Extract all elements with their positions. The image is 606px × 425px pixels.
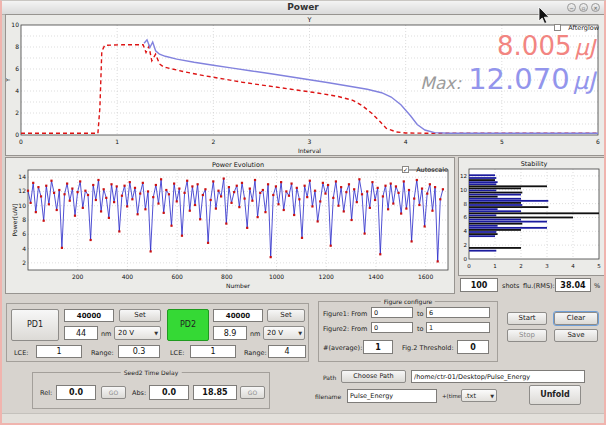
svg-text:4: 4 [571,263,575,269]
pd1-lce-input[interactable] [36,345,82,358]
stability-chart: 024681012012345Stability [459,158,604,275]
svg-text:10: 10 [11,21,19,28]
svg-text:800: 800 [221,273,233,280]
svg-text:8: 8 [22,216,26,223]
start-button[interactable]: Start [507,312,547,325]
average-input[interactable] [363,340,393,354]
rel-input[interactable] [56,385,96,400]
energy-plot-panel: 02468100123456YIntervalY Afterglow 8.005… [5,14,605,156]
svg-text:Number: Number [226,282,251,289]
svg-text:6: 6 [596,138,600,145]
clear-button[interactable]: Clear [554,312,598,325]
chevron-down-icon: ▼ [490,393,494,399]
svg-text:200: 200 [72,273,84,280]
shots-input[interactable] [460,278,498,292]
svg-text:Power Evolution: Power Evolution [212,161,264,169]
autoscale-checkbox-label: Autoscale [416,166,448,174]
pd2-lce-input[interactable] [190,345,236,358]
extension-value: .txt [465,392,476,400]
svg-text:8: 8 [464,201,468,207]
power-window: Power − ▫ ✕ 02468100123456YIntervalY Aft… [0,0,606,425]
figure-configure-title: Figure configure [381,298,435,305]
window-title: Power [2,2,604,12]
svg-text:5: 5 [597,263,601,269]
pd1-lce-label: LCE: [14,349,28,357]
svg-text:12: 12 [460,173,467,179]
chevron-down-icon: ▼ [154,330,158,336]
abs-current-input[interactable] [193,385,237,400]
pd1-voltage-value: 20 V [118,329,134,337]
svg-text:6: 6 [464,214,468,220]
svg-text:12: 12 [18,187,26,194]
unfold-button[interactable]: Unfold [529,385,581,405]
abs-go-button[interactable]: GO [240,386,265,399]
pd1-button[interactable]: PD1 [11,309,59,341]
figure1-from-input[interactable] [371,307,413,318]
pd2-wavelength-input[interactable] [213,326,247,340]
extension-select[interactable]: .txt ▼ [461,389,497,402]
svg-text:4: 4 [464,228,468,234]
choose-path-button[interactable]: Choose Path [341,370,406,383]
bottom-strip [2,413,604,423]
svg-text:4: 4 [22,245,26,252]
svg-text:10: 10 [460,187,467,193]
pd2-lce-label: LCE: [170,349,184,357]
svg-text:2: 2 [211,138,215,145]
figure2-from-label: Figure2: From [323,325,367,333]
svg-text:0: 0 [467,263,471,269]
pd1-range-input[interactable] [118,345,160,358]
close-button[interactable]: ✕ [591,3,600,12]
fig2-threshold-input[interactable] [457,340,489,354]
autoscale-checkbox-box[interactable]: ✓ [402,166,409,173]
figure1-to-input[interactable] [426,307,490,318]
svg-text:1: 1 [493,263,497,269]
pd2-gain-input[interactable] [213,309,263,322]
afterglow-checkbox[interactable]: Afterglow [554,17,599,36]
fig2-threshold-label: Fig.2 Threshold: [402,344,454,352]
stability-panel: 024681012012345Stability [458,157,605,276]
pd2-set-button[interactable]: Set [267,309,305,322]
path-input[interactable] [411,370,585,383]
svg-text:14: 14 [18,173,26,180]
save-button[interactable]: Save [554,329,598,342]
figure2-from-input[interactable] [371,322,413,333]
svg-text:Y: Y [307,16,312,24]
afterglow-checkbox-label: Afterglow [568,24,599,32]
abs-input[interactable] [149,385,189,400]
figure2-to-label: to [417,325,424,333]
afterglow-checkbox-box[interactable] [554,24,561,31]
pd2-button[interactable]: PD2 [167,309,209,341]
svg-text:Interval: Interval [298,147,321,154]
svg-text:400: 400 [122,273,134,280]
pd2-voltage-value: 20 V [267,329,283,337]
pd2-range-input[interactable] [268,345,306,358]
pd1-nm-label: nm [101,330,111,338]
svg-text:3: 3 [308,138,312,145]
pd1-wavelength-input[interactable] [64,326,98,340]
filename-label: filename [315,393,341,400]
svg-text:1200: 1200 [319,273,334,280]
pd2-range-label: Range: [244,349,267,357]
svg-text:6: 6 [15,65,19,72]
svg-text:6: 6 [22,230,26,237]
maximize-button[interactable]: ▫ [579,3,588,12]
svg-text:0: 0 [19,138,23,145]
rms-label: flu.(RMS): [523,282,555,290]
svg-text:5: 5 [500,138,504,145]
pd1-range-label: Range: [91,349,114,357]
minimize-button[interactable]: − [567,3,576,12]
pd1-gain-input[interactable] [64,309,114,322]
pd1-set-button[interactable]: Set [119,309,161,322]
rel-go-button[interactable]: GO [101,386,126,399]
figure2-to-input[interactable] [426,322,490,333]
filename-input[interactable] [347,389,437,403]
rms-input[interactable] [555,278,591,292]
svg-text:Power[uW]: Power[uW] [11,204,18,237]
svg-text:0: 0 [464,256,468,262]
svg-text:600: 600 [171,273,183,280]
pd2-voltage-select[interactable]: 20 V ▼ [263,326,305,340]
stop-button[interactable]: Stop [507,329,547,342]
svg-text:3: 3 [545,263,549,269]
pd1-voltage-select[interactable]: 20 V ▼ [114,326,161,340]
autoscale-checkbox[interactable]: ✓ Autoscale [402,159,448,178]
